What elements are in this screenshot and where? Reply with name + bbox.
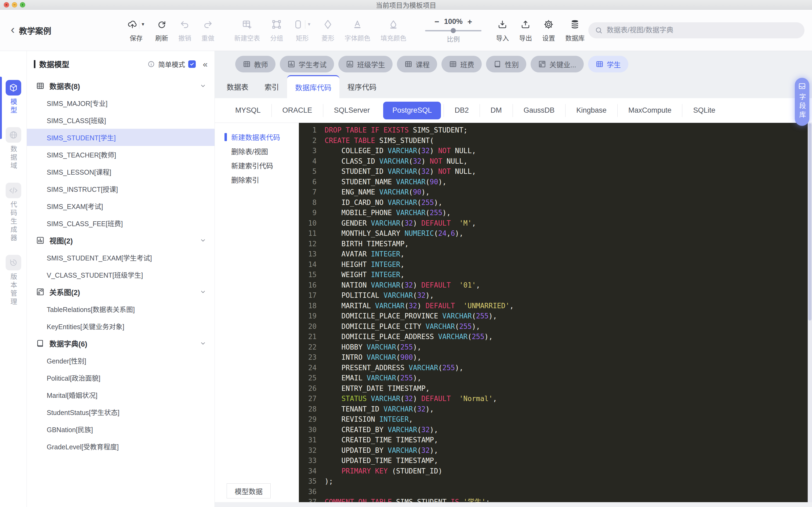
- fill-color-icon: [388, 19, 399, 30]
- code-menu-create-table-code[interactable]: 新建数据表代码: [215, 130, 299, 144]
- entity-tab-key-entities[interactable]: 关键业...: [530, 56, 584, 72]
- line-number: 22: [299, 342, 317, 352]
- table-icon: [449, 60, 457, 68]
- tree-item[interactable]: Marital[婚姻状况]: [27, 386, 214, 403]
- chevron-down-icon[interactable]: [200, 237, 206, 244]
- zoom-in-button[interactable]: +: [467, 17, 472, 26]
- zoom-slider[interactable]: [425, 30, 481, 32]
- tree-item[interactable]: SIMS_INSTRUCT[授课]: [27, 180, 214, 198]
- fill-color-button[interactable]: 填充颜色: [377, 18, 410, 42]
- entity-tab-student-exam[interactable]: 学生考试: [280, 56, 334, 72]
- import-button[interactable]: 导入: [492, 18, 513, 42]
- tree-section-relations[interactable]: 关系图(2): [27, 283, 214, 300]
- settings-button[interactable]: 设置: [539, 18, 559, 42]
- dialect-db2[interactable]: DB2: [444, 104, 479, 117]
- zoom-out-button[interactable]: −: [435, 17, 439, 26]
- entity-tab-class-fee[interactable]: 班费: [442, 56, 482, 72]
- refresh-button[interactable]: 刷新: [151, 18, 172, 42]
- tree-item[interactable]: StudentStatus[学生状态]: [27, 403, 214, 420]
- entity-tab-gender[interactable]: 性别: [486, 56, 526, 72]
- dialect-oracle[interactable]: ORACLE: [271, 104, 323, 117]
- rail-item-data-domain[interactable]: 数据域: [0, 127, 27, 170]
- field-library-button[interactable]: 字段库: [795, 78, 809, 126]
- chevron-down-icon[interactable]: [200, 82, 206, 89]
- line-content: DOMICILE_PLACE_PROVINCE VARCHAR(255),: [317, 311, 497, 321]
- tree-item[interactable]: KeyEntities[关键业务对象]: [27, 318, 214, 335]
- model-data-button[interactable]: 模型数据: [226, 484, 271, 498]
- tree-item[interactable]: SIMS_CLASS_FEE[班费]: [27, 215, 214, 232]
- tree-section-tables[interactable]: 数据表(8): [27, 77, 214, 95]
- dialect-postgresql[interactable]: PostgreSQL: [383, 102, 441, 119]
- entity-tab-class-student[interactable]: 班级学生: [338, 56, 393, 72]
- cube-icon-box: [6, 80, 21, 96]
- toolbar-group-io: 导入导出设置数据库: [492, 18, 588, 42]
- save-button[interactable]: ▼保存: [123, 18, 149, 42]
- zoom-slider-thumb[interactable]: [451, 28, 456, 33]
- entity-tab-teacher[interactable]: 教师: [235, 56, 275, 72]
- database-button[interactable]: 数据库: [561, 18, 588, 42]
- tree-item[interactable]: SIMS_LESSON[课程]: [27, 163, 214, 180]
- export-label: 导出: [519, 33, 532, 42]
- editor-scrollbar[interactable]: [808, 123, 812, 502]
- simple-mode-checkbox[interactable]: [188, 60, 196, 68]
- tree-item[interactable]: SIMS_CLASS[班级]: [27, 112, 214, 129]
- tree-item[interactable]: GBNation[民族]: [27, 420, 214, 438]
- dropdown-caret-icon[interactable]: ▼: [141, 22, 145, 27]
- tree-item[interactable]: V_CLASS_STUDENT[班级学生]: [27, 266, 214, 283]
- tree-section-views[interactable]: 视图(2): [27, 232, 214, 249]
- line-number: 17: [299, 290, 317, 301]
- tab-program-code[interactable]: 程序代码: [340, 75, 385, 98]
- tree-item[interactable]: Gender[性别]: [27, 352, 214, 369]
- group-button[interactable]: 分组: [266, 18, 287, 42]
- export-button[interactable]: 导出: [515, 18, 536, 42]
- code-menu-create-index-code[interactable]: 新建索引代码: [215, 158, 299, 172]
- dialect-maxcompute[interactable]: MaxCompute: [617, 104, 682, 117]
- tree-item[interactable]: SIMS_STUDENT[学生]: [27, 129, 214, 146]
- dialect-mysql[interactable]: MYSQL: [224, 104, 271, 117]
- dialect-sqlite[interactable]: SQLite: [682, 104, 726, 117]
- tree-item[interactable]: SMIS_STUDENT_EXAM[学生考试]: [27, 249, 214, 266]
- tree-item[interactable]: GradeLevel[受教育程度]: [27, 438, 214, 455]
- search-input[interactable]: [607, 26, 798, 34]
- rail-item-model[interactable]: 模型: [0, 80, 27, 115]
- dialect-gaussdb[interactable]: GaussDB: [513, 104, 565, 117]
- dialect-sqlserver[interactable]: SQLServer: [323, 104, 381, 117]
- field-library-label: 字段库: [797, 93, 807, 120]
- tab-db-code[interactable]: 数据库代码: [287, 75, 340, 98]
- font-color-button[interactable]: 字体颜色: [341, 18, 374, 42]
- tab-data-table[interactable]: 数据表: [218, 75, 256, 98]
- undo-button[interactable]: 撤销: [174, 18, 195, 42]
- tree-item[interactable]: SIMS_TEACHER[教师]: [27, 146, 214, 163]
- line-content: EMAIL VARCHAR(255),: [317, 373, 421, 383]
- code-menu-drop-index[interactable]: 删除索引: [215, 172, 299, 187]
- collapse-panel-button[interactable]: «: [203, 60, 208, 68]
- rectangle-button[interactable]: ▼矩形: [290, 18, 315, 42]
- editor-scrollbar-thumb[interactable]: [808, 123, 811, 321]
- tree-section-dictionaries[interactable]: 数据字典(6): [27, 335, 214, 352]
- line-content: [317, 487, 325, 497]
- line-number: 9: [299, 208, 317, 218]
- tree-item[interactable]: Political[政治面貌]: [27, 369, 214, 386]
- new-empty-table-button[interactable]: 新建空表: [231, 18, 264, 42]
- chevron-down-icon[interactable]: [200, 340, 206, 347]
- tree-item[interactable]: TableRelations[数据表关系图]: [27, 300, 214, 318]
- sql-code-editor[interactable]: 1DROP TABLE IF EXISTS SIMS_STUDENT;2CREA…: [299, 123, 812, 502]
- entity-tab-student[interactable]: 学生: [588, 56, 628, 72]
- tree-item[interactable]: SIMS_MAJOR[专业]: [27, 95, 214, 112]
- redo-button[interactable]: 重做: [198, 18, 218, 42]
- dropdown-caret-icon[interactable]: ▼: [307, 22, 311, 27]
- tab-index[interactable]: 索引: [256, 75, 287, 98]
- code-menu-drop-table-view[interactable]: 删除表/视图: [215, 144, 299, 158]
- entity-tab-lesson[interactable]: 课程: [397, 56, 437, 72]
- diamond-button[interactable]: 菱形: [318, 18, 338, 42]
- rail-item-version-management[interactable]: 版本管理: [0, 255, 27, 306]
- section-label: 关系图(2): [49, 287, 80, 297]
- dialect-kingbase[interactable]: Kingbase: [565, 104, 617, 117]
- dialect-dm[interactable]: DM: [479, 104, 513, 117]
- back-button[interactable]: ‹ 教学案例: [11, 24, 123, 36]
- code-line: 31 CREATED_TIME TIMESTAMP,: [299, 435, 812, 445]
- line-number: 7: [299, 187, 317, 198]
- chevron-down-icon[interactable]: [200, 288, 206, 295]
- tree-item[interactable]: SIMS_EXAM[考试]: [27, 198, 214, 215]
- rail-item-code-generator[interactable]: 代码生成器: [0, 183, 27, 242]
